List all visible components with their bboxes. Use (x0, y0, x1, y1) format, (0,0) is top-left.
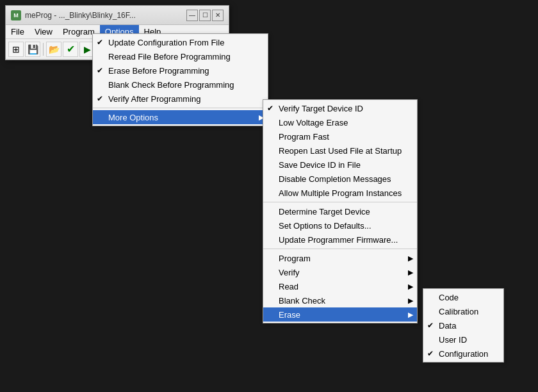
verify-sub-arrow: ▶ (408, 268, 413, 277)
menu-program-sub[interactable]: ✔ Program ▶ (263, 251, 417, 265)
check-erase-data: ✔ (427, 321, 434, 330)
menu-erase-sub[interactable]: ✔ Erase ▶ (263, 307, 417, 322)
program-sub-arrow: ▶ (408, 254, 413, 263)
check-verify-after: ✔ (97, 94, 103, 103)
menu-verify-after[interactable]: ✔ Verify After Programming (93, 92, 268, 106)
menu-allow-multiple[interactable]: ✔ Allow Multiple Program Instances (263, 186, 417, 200)
menu-determine-target[interactable]: ✔ Determine Target Device (263, 204, 417, 218)
menu-file[interactable]: File (6, 25, 29, 38)
menu-set-defaults[interactable]: ✔ Set Options to Defaults... (263, 218, 417, 233)
blank-check-sub-arrow: ▶ (408, 297, 413, 305)
menu-low-voltage[interactable]: ✔ Low Voltage Erase (263, 115, 417, 129)
titlebar-buttons: — ☐ ✕ (186, 10, 224, 21)
close-button[interactable]: ✕ (212, 10, 224, 21)
read-sub-arrow: ▶ (408, 282, 413, 291)
menu-blank-check-sub[interactable]: ✔ Blank Check ▶ (263, 293, 417, 307)
menu-erase-data[interactable]: ✔ Data (423, 318, 503, 332)
menu-update-config[interactable]: ✔ Update Configuration From File (93, 35, 268, 49)
menu-erase-calibration[interactable]: ✔ Calibration (423, 304, 503, 318)
erase-dropdown: ✔ Code ✔ Calibration ✔ Data ✔ User ID ✔ … (423, 288, 504, 363)
more-sep-1 (263, 202, 417, 202)
check-verify-device-id: ✔ (267, 104, 273, 113)
toolbar-verify-button[interactable]: ✔ (63, 42, 78, 57)
menu-more-options[interactable]: ✔ More Options ▶ (93, 110, 268, 124)
menu-erase-configuration[interactable]: ✔ Configuration (423, 347, 503, 361)
menu-erase-userid[interactable]: ✔ User ID (423, 332, 503, 347)
menu-save-device-id[interactable]: ✔ Save Device ID in File (263, 158, 417, 172)
menu-verify-device-id[interactable]: ✔ Verify Target Device ID (263, 101, 417, 115)
window-title: meProg - ..._Blinky\Blinky_16F... (25, 11, 186, 20)
menu-view[interactable]: View (29, 25, 58, 38)
menu-read-sub[interactable]: ✔ Read ▶ (263, 279, 417, 293)
menu-erase-before[interactable]: ✔ Erase Before Programming (93, 63, 268, 78)
check-erase-configuration: ✔ (427, 349, 434, 358)
more-sep-2 (263, 249, 417, 249)
menu-disable-completion[interactable]: ✔ Disable Completion Messages (263, 172, 417, 186)
minimize-button[interactable]: — (186, 10, 198, 21)
menu-erase-code[interactable]: ✔ Code (423, 290, 503, 304)
titlebar: M meProg - ..._Blinky\Blinky_16F... — ☐ … (6, 6, 229, 25)
menu-reopen-last[interactable]: ✔ Reopen Last Used File at Startup (263, 143, 417, 158)
app-icon: M (11, 10, 21, 20)
menu-update-firmware[interactable]: ✔ Update Programmer Firmware... (263, 233, 417, 247)
menu-reread-file[interactable]: ✔ Reread File Before Programming (93, 49, 268, 63)
toolbar-separator-1 (43, 43, 44, 56)
toolbar-new-button[interactable]: ⊞ (8, 42, 24, 57)
check-update-config: ✔ (97, 38, 103, 47)
more-options-dropdown: ✔ Verify Target Device ID ✔ Low Voltage … (263, 99, 418, 323)
options-separator (93, 108, 268, 108)
menu-verify-sub[interactable]: ✔ Verify ▶ (263, 265, 417, 279)
maximize-button[interactable]: ☐ (199, 10, 211, 21)
toolbar-save-button[interactable]: 💾 (25, 42, 40, 57)
options-dropdown: ✔ Update Configuration From File ✔ Rerea… (92, 33, 268, 126)
toolbar-open-button[interactable]: 📂 (46, 42, 61, 57)
menu-program-fast[interactable]: ✔ Program Fast (263, 129, 417, 143)
check-erase-before: ✔ (97, 66, 103, 75)
menu-blank-check[interactable]: ✔ Blank Check Before Programming (93, 78, 268, 92)
erase-sub-arrow: ▶ (408, 311, 413, 319)
